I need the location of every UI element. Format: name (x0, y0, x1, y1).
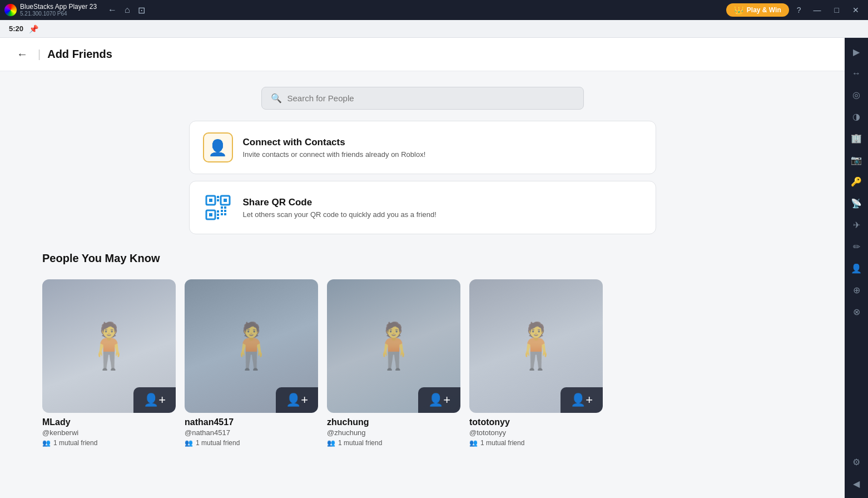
add-friend-button[interactable]: 👤+ (561, 387, 603, 413)
svg-rect-9 (224, 206, 226, 209)
person-avatar-container: 🧍 👤+ (185, 279, 318, 413)
main-content: ← | Add Friends 🔍 👤 Connect with Contact… (0, 38, 868, 498)
contacts-icon: 👤 (208, 139, 227, 157)
playnwin-button[interactable]: 👑 Play & Win (726, 3, 789, 17)
sidebar-btn-13[interactable]: ⊗ (846, 302, 866, 322)
bs-sidebar: ▶ ↔ ◎ ◑ 🏢 📷 🔑 📡 ✈ ✏ 👤 ⊕ ⊗ ⚙ ◀ (845, 38, 868, 498)
sidebar-btn-settings[interactable]: ⚙ (846, 452, 866, 472)
svg-rect-16 (217, 217, 219, 219)
multi-nav-btn[interactable]: ⊡ (135, 4, 148, 17)
person-name: MLady (42, 417, 176, 427)
person-handle: @tototonyy (469, 428, 603, 437)
person-card: 🧍 👤+ tototonyy @tototonyy 👥 1 mutual fri… (469, 279, 603, 447)
svg-rect-14 (217, 210, 219, 213)
person-name: nathan4517 (185, 417, 318, 427)
sidebar-btn-5[interactable]: 🏢 (846, 129, 866, 148)
qr-icon-wrapper (203, 193, 233, 223)
qr-card[interactable]: Share QR Code Let others scan your QR co… (189, 181, 656, 234)
person-avatar-container: 🧍 👤+ (469, 279, 603, 413)
add-friend-button[interactable]: 👤+ (276, 387, 318, 413)
svg-rect-1 (209, 199, 212, 202)
back-nav-btn[interactable]: ← (105, 4, 120, 17)
connect-title: Connect with Contacts (243, 137, 426, 148)
sidebar-btn-collapse[interactable]: ◀ (846, 474, 866, 494)
mutual-icon: 👥 (185, 439, 193, 447)
person-mutual: 👥 1 mutual friend (42, 439, 176, 447)
connect-description: Invite contacts or connect with friends … (243, 150, 426, 159)
header-divider: | (38, 48, 41, 61)
qr-icon (205, 195, 231, 220)
titlebar: BlueStacks App Player 23 5.21.300.1070 P… (0, 0, 868, 20)
person-name: tototonyy (469, 417, 603, 427)
sidebar-btn-10[interactable]: ✏ (846, 237, 866, 257)
sidebar-btn-3[interactable]: ◎ (846, 85, 866, 105)
qr-description: Let others scan your QR code to quickly … (243, 210, 437, 219)
connect-card[interactable]: 👤 Connect with Contacts Invite contacts … (189, 121, 656, 174)
section-title: People You May Know (9, 241, 160, 273)
qr-text: Share QR Code Let others scan your QR co… (243, 197, 437, 219)
sidebar-btn-8[interactable]: 📡 (846, 194, 866, 213)
sidebar-btn-6[interactable]: 📷 (846, 150, 866, 170)
connect-text: Connect with Contacts Invite contacts or… (243, 137, 426, 159)
crown-icon: 👑 (734, 6, 743, 14)
add-friend-icon: 👤+ (143, 393, 166, 407)
avatar-emoji: 🧍 (508, 320, 564, 372)
svg-rect-5 (209, 213, 212, 216)
search-container: 🔍 (0, 71, 845, 121)
search-input[interactable] (287, 93, 574, 103)
status-icon: 📌 (29, 24, 38, 33)
contacts-icon-wrapper: 👤 (203, 132, 233, 162)
person-name: zhuchung (327, 417, 460, 427)
person-card: 🧍 👤+ MLady @kenberwi 👥 1 mutual friend (42, 279, 176, 447)
person-mutual: 👥 1 mutual friend (185, 439, 318, 447)
mutual-text: 1 mutual friend (53, 439, 97, 447)
minimize-button[interactable]: — (809, 4, 826, 16)
app-name: BlueStacks App Player 23 5.21.300.1070 P… (20, 3, 97, 17)
home-nav-btn[interactable]: ⌂ (121, 4, 133, 17)
person-card: 🧍 👤+ nathan4517 @nathan4517 👥 1 mutual f… (185, 279, 318, 447)
app-area: ← | Add Friends 🔍 👤 Connect with Contact… (0, 38, 845, 498)
mutual-text: 1 mutual friend (196, 439, 240, 447)
help-button[interactable]: ? (793, 4, 805, 16)
mutual-icon: 👥 (42, 439, 51, 447)
sidebar-btn-1[interactable]: ▶ (846, 42, 866, 62)
avatar-emoji: 🧍 (366, 320, 421, 372)
add-friend-button[interactable]: 👤+ (133, 387, 176, 413)
add-friend-icon: 👤+ (571, 393, 593, 407)
svg-rect-11 (224, 210, 226, 212)
maximize-button[interactable]: □ (830, 4, 844, 16)
svg-rect-12 (221, 213, 223, 215)
sidebar-btn-9[interactable]: ✈ (846, 215, 866, 235)
search-icon: 🔍 (271, 93, 282, 103)
person-avatar-container: 🧍 👤+ (327, 279, 460, 413)
svg-rect-3 (224, 199, 227, 202)
statusbar: 5:20 📌 (0, 20, 868, 38)
people-grid: 🧍 👤+ MLady @kenberwi 👥 1 mutual friend 🧍… (9, 279, 603, 464)
sidebar-btn-4[interactable]: ◑ (846, 107, 866, 126)
search-box[interactable]: 🔍 (261, 87, 584, 110)
sidebar-btn-11[interactable]: 👤 (846, 259, 866, 278)
page-header: ← | Add Friends (0, 38, 845, 71)
sidebar-btn-2[interactable]: ↔ (846, 64, 866, 83)
sidebar-btn-12[interactable]: ⊕ (846, 280, 866, 300)
person-card: 🧍 👤+ zhuchung @zhuchung 👥 1 mutual frien… (327, 279, 460, 447)
add-friend-icon: 👤+ (286, 393, 308, 407)
person-handle: @zhuchung (327, 428, 460, 437)
person-mutual: 👥 1 mutual friend (469, 439, 603, 447)
close-button[interactable]: ✕ (848, 4, 864, 16)
svg-rect-15 (217, 214, 219, 216)
add-friend-icon: 👤+ (428, 393, 450, 407)
svg-rect-7 (217, 199, 219, 201)
add-friend-button[interactable]: 👤+ (418, 387, 460, 413)
svg-rect-10 (221, 210, 223, 212)
svg-rect-8 (221, 206, 223, 209)
svg-rect-6 (217, 196, 219, 198)
bluestacks-logo (4, 4, 17, 16)
sidebar-btn-7[interactable]: 🔑 (846, 172, 866, 191)
mutual-text: 1 mutual friend (338, 439, 382, 447)
person-handle: @nathan4517 (185, 428, 318, 437)
page-title: Add Friends (47, 48, 112, 61)
back-button[interactable]: ← (13, 47, 31, 62)
svg-rect-13 (224, 213, 226, 215)
qr-title: Share QR Code (243, 197, 437, 208)
